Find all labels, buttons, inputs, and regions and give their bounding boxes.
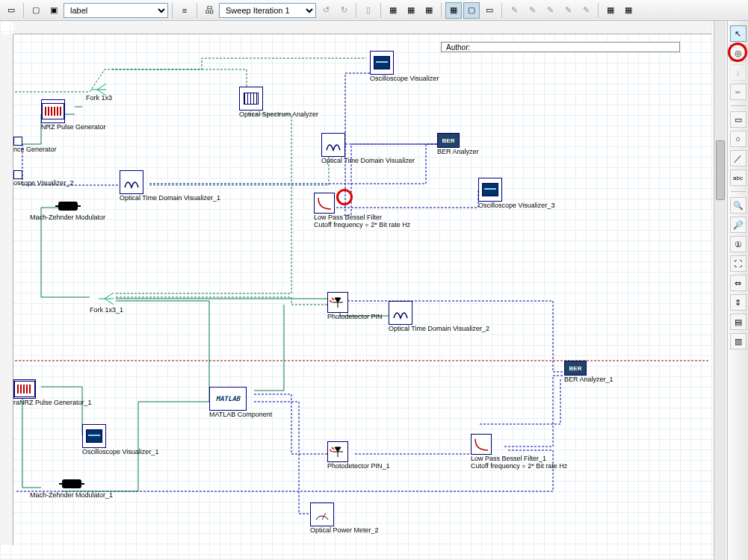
separator <box>731 191 746 192</box>
align-2-icon[interactable]: ▥ <box>730 333 747 349</box>
zoom-out-icon[interactable]: 🔎 <box>730 217 747 233</box>
scope-visualizer-1-block[interactable]: Oscilloscope Visualizer_1 <box>82 424 158 455</box>
zoom-in-icon[interactable]: 🔍 <box>730 197 747 214</box>
photodiode-icon <box>327 292 348 313</box>
script1-icon[interactable]: ✎ <box>506 2 522 19</box>
snap-icon[interactable]: ▢ <box>463 2 480 19</box>
modulator-icon <box>62 479 81 488</box>
ruler-horizontal <box>13 21 711 34</box>
script5-icon[interactable]: ✎ <box>578 2 594 19</box>
ruler-vertical <box>0 34 13 545</box>
script4-icon[interactable]: ✎ <box>560 2 576 19</box>
grid-on-icon[interactable]: ▦ <box>445 2 462 19</box>
osa-block[interactable]: Optical Spectrum Analyzer <box>239 87 318 118</box>
separator <box>172 3 173 18</box>
rect-tool-icon[interactable]: ▭ <box>730 111 747 128</box>
label-combo[interactable]: label <box>64 3 168 18</box>
panel-icon[interactable]: ▯ <box>360 2 377 19</box>
hlock-icon[interactable]: ⇔ <box>730 275 747 291</box>
scope-visualizer-block[interactable]: Oscilloscope Visualizer <box>370 51 439 82</box>
otdv-block[interactable]: Optical Time Domain Visualizer <box>321 133 415 164</box>
highlight-circle <box>336 189 353 205</box>
view1-icon[interactable]: ▢ <box>28 2 44 19</box>
pointer-tool-icon[interactable]: ↖ <box>730 25 747 42</box>
disp2-icon[interactable]: ▦ <box>403 2 419 19</box>
photodetector-pin-1-block[interactable]: Photodetector PIN_1 <box>327 441 390 470</box>
separator <box>598 3 599 18</box>
fork-1x3-1-block[interactable]: Fork 1x3_1 <box>90 290 123 314</box>
fork-1x3-block[interactable]: Fork 1x3 <box>86 81 112 105</box>
lpbf-block[interactable]: Low Pass Bessel Filter Cutoff frequency … <box>314 193 410 228</box>
disp3-icon[interactable]: ▦ <box>421 2 437 19</box>
spectrum-icon <box>244 93 259 105</box>
photodiode-icon <box>327 441 348 462</box>
link-fwd-icon[interactable]: ↻ <box>336 2 352 19</box>
photodetector-pin-block[interactable]: Photodetector PIN <box>327 292 383 320</box>
oscilloscope-icon <box>86 429 102 443</box>
vlock-icon[interactable]: ⇕ <box>730 294 747 311</box>
wires-tool-icon[interactable]: ⎓ <box>730 84 747 100</box>
matlab-block[interactable]: MATLAB MATLAB Component <box>209 387 272 418</box>
gen-icon <box>13 137 22 146</box>
vertical-scrollbar[interactable] <box>714 21 726 560</box>
layers-icon[interactable]: ≡ <box>176 2 193 19</box>
report-icon[interactable]: ▦ <box>602 2 619 19</box>
scroll-thumb[interactable] <box>716 140 725 200</box>
separator <box>731 105 746 106</box>
export-icon[interactable]: ▦ <box>620 2 637 19</box>
link-back-icon[interactable]: ↺ <box>318 2 334 19</box>
mzm-2-block[interactable]: Mach-Zehnder Modulator_1 <box>30 476 113 499</box>
design-canvas[interactable]: Author: NRZ Pulse Generator <box>0 21 725 559</box>
separator <box>356 3 356 18</box>
pulse-icon <box>42 103 64 119</box>
opm-2-block[interactable]: Optical Power Meter_2 <box>310 503 379 534</box>
zoom-fit-icon[interactable]: ⛶ <box>730 255 747 272</box>
separator <box>441 3 442 18</box>
mzm-block[interactable]: Mach-Zehnder Modulator <box>30 199 105 221</box>
separator <box>197 3 197 18</box>
ber-icon: BER <box>437 133 460 148</box>
bessel-icon <box>314 193 335 214</box>
zoom-1-icon[interactable]: ① <box>730 236 747 252</box>
separator <box>23 3 24 18</box>
tree-icon[interactable]: 品 <box>201 2 217 19</box>
script2-icon[interactable]: ✎ <box>524 2 540 19</box>
matlab-icon: MATLAB <box>216 395 241 402</box>
text-tool-icon[interactable]: abc <box>730 169 747 186</box>
highlight-circle <box>728 43 747 62</box>
view2-icon[interactable]: ▣ <box>46 2 62 19</box>
sweep-combo[interactable]: Sweep Iteration 1 <box>219 3 316 18</box>
oscilloscope-icon <box>374 56 390 69</box>
separator <box>380 3 381 18</box>
script3-icon[interactable]: ✎ <box>542 2 558 19</box>
waveform-icon <box>392 306 409 320</box>
disp1-icon[interactable]: ▦ <box>385 2 401 19</box>
circle-tool-icon[interactable]: ○ <box>730 131 747 147</box>
scope-small-icon <box>13 170 22 179</box>
ber-analyzer-1-block[interactable]: BER BER Analyzer_1 <box>564 361 613 383</box>
otdv-1-block[interactable]: Optical Time Domain Visualizer_1 <box>120 170 220 202</box>
window-fit-icon[interactable]: ▭ <box>3 2 19 19</box>
align-1-icon[interactable]: ▤ <box>730 314 747 330</box>
pulse-icon <box>14 381 35 397</box>
nce-generator-block[interactable]: nce Generator <box>13 137 57 153</box>
blank-icon[interactable]: ▭ <box>481 2 498 19</box>
waveform-icon <box>123 175 140 189</box>
main-toolbar: ▭ ▢ ▣ label ≡ 品 Sweep Iteration 1 ↺ ↻ ▯ … <box>0 0 748 21</box>
line-tool-icon[interactable]: ／ <box>730 150 747 167</box>
powermeter-icon <box>314 508 330 521</box>
otdv-2-block[interactable]: Optical Time Domain Visualizer_2 <box>389 301 489 332</box>
lpbf-1-block[interactable]: Low Pass Bessel Filter_1 Cutoff frequenc… <box>471 434 567 470</box>
waveform-icon <box>325 138 341 152</box>
scope-visualizer-3-block[interactable]: Oscilloscope Visualizer_3 <box>478 178 554 209</box>
down-tool-icon[interactable]: ↓ <box>730 64 747 81</box>
author-field: Author: <box>441 42 680 52</box>
ber-analyzer-block[interactable]: BER BER Analyzer <box>437 133 479 155</box>
nrz-2-block[interactable]: raNRZ Pulse Generator_1 <box>13 379 92 406</box>
right-tool-palette: ↖ ◎ ↓ ⎓ ▭ ○ ／ abc 🔍 🔎 ① ⛶ ⇔ ⇕ ▤ ▥ <box>727 21 748 560</box>
oscilloscope-icon <box>482 183 498 196</box>
oscope-visualizer-2-block[interactable]: oscope Visualizer_2 <box>13 170 73 187</box>
fork-icon <box>90 290 123 306</box>
bessel-icon <box>471 434 492 455</box>
separator <box>501 3 502 18</box>
